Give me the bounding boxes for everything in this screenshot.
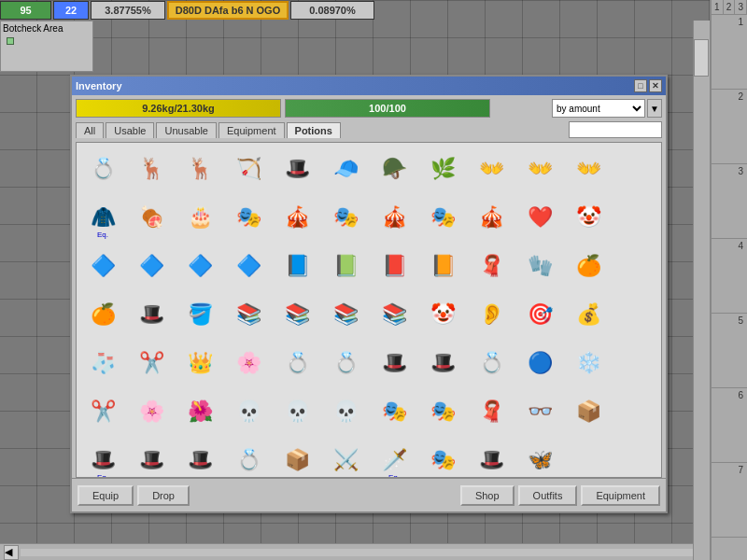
item-cell[interactable]: 👑	[176, 339, 224, 387]
tab-equipment[interactable]: Equipment	[218, 122, 285, 138]
item-cell[interactable]: 🎩Eq.	[78, 436, 127, 478]
tab-usable[interactable]: Usable	[106, 122, 154, 138]
item-cell[interactable]: 🦋	[515, 436, 564, 478]
item-cell[interactable]: 📙	[418, 242, 467, 290]
item-cell[interactable]: 💀	[273, 387, 321, 436]
item-cell[interactable]: 🌺	[176, 387, 224, 436]
item-cell[interactable]: 📚	[370, 290, 418, 339]
item-cell[interactable]: 🤡	[418, 290, 467, 339]
item-cell[interactable]: 🔷	[127, 242, 176, 290]
item-cell[interactable]: 🎩	[467, 436, 515, 478]
equipment-button[interactable]: Equipment	[581, 485, 660, 506]
item-cell[interactable]: ⚔️	[321, 436, 370, 478]
item-cell[interactable]: 🎪	[370, 193, 418, 242]
item-cell[interactable]: 💍	[273, 339, 321, 387]
tab-potions[interactable]: Potions	[287, 122, 341, 138]
item-icon: 👐	[528, 159, 553, 179]
item-cell[interactable]: 🍊	[78, 290, 127, 339]
close-button[interactable]: ✕	[649, 79, 662, 92]
item-cell[interactable]: 🎭	[418, 387, 467, 436]
item-cell[interactable]: 👂	[467, 290, 515, 339]
item-cell[interactable]: 🎭	[370, 387, 418, 436]
item-cell[interactable]: 🎪	[467, 193, 515, 242]
item-cell[interactable]: 📕	[370, 242, 418, 290]
item-cell[interactable]: 🧦	[78, 339, 127, 387]
drop-button[interactable]: Drop	[137, 485, 190, 506]
item-cell[interactable]: 🌸	[127, 387, 176, 436]
item-cell[interactable]: ✂️	[78, 387, 127, 436]
item-cell[interactable]: 🏹	[224, 145, 273, 193]
item-cell[interactable]: 👐	[467, 145, 515, 193]
item-cell[interactable]: 🎩	[418, 339, 467, 387]
item-cell[interactable]: 📦	[273, 436, 321, 478]
item-cell[interactable]: 🧣	[467, 242, 515, 290]
item-cell[interactable]: 👐	[515, 145, 564, 193]
item-cell[interactable]: 🦌	[176, 145, 224, 193]
item-cell[interactable]: 🎭	[418, 193, 467, 242]
item-cell[interactable]: 🗡️Eq.	[370, 436, 418, 478]
item-icon: 🎩	[139, 304, 164, 325]
item-cell[interactable]: 💀	[224, 387, 273, 436]
minimize-button[interactable]: □	[634, 79, 647, 92]
item-cell[interactable]: 🎩	[176, 436, 224, 478]
sort-arrow[interactable]: ▼	[647, 99, 662, 118]
item-cell[interactable]: 💀	[321, 387, 370, 436]
item-cell[interactable]: 🔷	[78, 242, 127, 290]
item-cell[interactable]: 🌿	[418, 145, 467, 193]
item-cell[interactable]: 📗	[321, 242, 370, 290]
item-cell[interactable]: 🎩	[127, 436, 176, 478]
item-icon: 🧣	[479, 401, 504, 422]
item-cell[interactable]: 📚	[273, 290, 321, 339]
item-cell[interactable]: 🎩	[370, 339, 418, 387]
item-cell[interactable]: 📚	[224, 290, 273, 339]
item-cell[interactable]: 🔷	[224, 242, 273, 290]
item-cell[interactable]: 🧣	[467, 387, 515, 436]
item-cell[interactable]: 🎭	[418, 436, 467, 478]
bottom-scrollbar[interactable]: ◀ ▶	[0, 543, 710, 560]
item-cell[interactable]: ❄️	[564, 339, 613, 387]
item-cell[interactable]: 🤡	[564, 193, 613, 242]
right-scrollbar[interactable]	[693, 21, 710, 560]
scroll-left-btn[interactable]: ◀	[4, 545, 19, 560]
item-cell[interactable]: 🎩	[127, 290, 176, 339]
outfits-button[interactable]: Outfits	[518, 485, 578, 506]
item-cell[interactable]: 🍖	[127, 193, 176, 242]
item-cell[interactable]: ✂️	[127, 339, 176, 387]
item-cell[interactable]: 🍊	[564, 242, 613, 290]
item-cell[interactable]: 📦	[564, 387, 613, 436]
item-cell[interactable]: 🎭	[321, 193, 370, 242]
tab-all[interactable]: All	[76, 122, 104, 138]
item-cell[interactable]: 🎩	[273, 145, 321, 193]
shop-button[interactable]: Shop	[460, 485, 514, 506]
item-cell[interactable]: 🌸	[224, 339, 273, 387]
item-cell[interactable]: 💍	[224, 436, 273, 478]
item-cell[interactable]: 🎂	[176, 193, 224, 242]
item-cell[interactable]: 🧥Eq.	[78, 193, 127, 242]
item-cell[interactable]: 💍	[78, 145, 127, 193]
item-cell[interactable]: 👐	[564, 145, 613, 193]
sort-select[interactable]: by amount by name by type	[552, 99, 645, 118]
item-cell[interactable]: ❤️	[515, 193, 564, 242]
search-input[interactable]	[569, 121, 662, 138]
item-cell[interactable]: 📘	[273, 242, 321, 290]
item-cell[interactable]: 🎪	[273, 193, 321, 242]
item-cell[interactable]: 📚	[321, 290, 370, 339]
item-cell[interactable]: 🎭	[224, 193, 273, 242]
equip-button[interactable]: Equip	[78, 485, 134, 506]
item-cell[interactable]: 🪣	[176, 290, 224, 339]
item-icon: 📕	[382, 256, 407, 276]
item-icon: 🎯	[528, 304, 553, 325]
item-cell[interactable]: 🔷	[176, 242, 224, 290]
item-cell[interactable]: 💍	[321, 339, 370, 387]
item-cell[interactable]: 🦌	[127, 145, 176, 193]
item-cell[interactable]: 💰	[564, 290, 613, 339]
item-cell[interactable]: 🪖	[370, 145, 418, 193]
item-cell[interactable]: 💍	[467, 339, 515, 387]
item-cell[interactable]: 🧤	[515, 242, 564, 290]
scroll-thumb[interactable]	[694, 39, 709, 77]
item-cell[interactable]: 👓	[515, 387, 564, 436]
item-cell[interactable]: 🎯	[515, 290, 564, 339]
item-cell[interactable]: 🧢	[321, 145, 370, 193]
item-cell[interactable]: 🔵	[515, 339, 564, 387]
tab-unusable[interactable]: Unusable	[156, 122, 216, 138]
